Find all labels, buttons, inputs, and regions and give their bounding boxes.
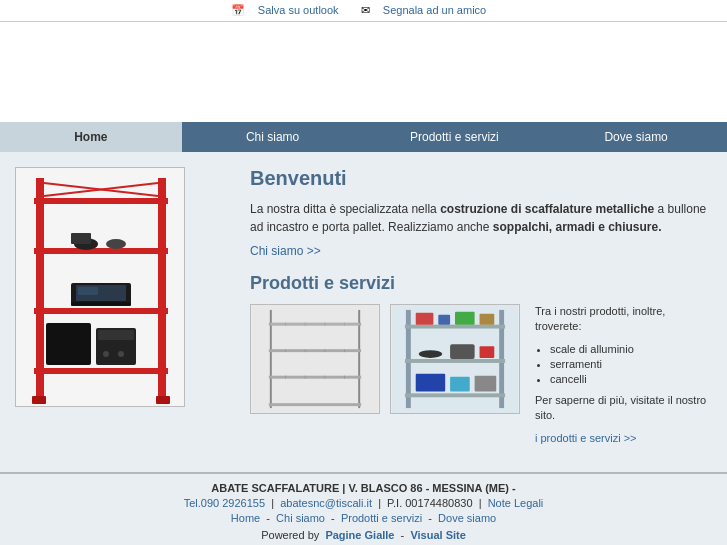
svg-rect-5	[34, 308, 168, 314]
footer-email-link[interactable]: abatesnc@tiscali.it	[280, 497, 372, 509]
svg-point-10	[106, 239, 126, 249]
left-column	[0, 152, 230, 472]
main-nav: Home Chi siamo Prodotti e servizi Dove s…	[0, 122, 727, 152]
footer-contact: Tel.090 2926155 | abatesnc@tiscali.it | …	[8, 497, 719, 509]
svg-rect-59	[475, 376, 497, 392]
save-outlook-link[interactable]: Salva su outlook	[258, 4, 339, 16]
footer-nav-chi-siamo[interactable]: Chi siamo	[276, 512, 325, 524]
svg-rect-21	[32, 396, 46, 404]
svg-rect-36	[269, 376, 361, 379]
svg-point-20	[118, 351, 124, 357]
svg-rect-50	[416, 313, 434, 325]
svg-point-54	[419, 350, 443, 358]
products-more-link[interactable]: i prodotti e servizi >>	[535, 432, 637, 444]
product-list-item-1: scale di alluminio	[550, 343, 707, 355]
nav-prodotti-servizi[interactable]: Prodotti e servizi	[364, 122, 546, 152]
products-row: Tra i nostri prodotti, inoltre, troveret…	[250, 304, 707, 444]
main-content: Benvenuti La nostra ditta è specializzat…	[0, 152, 727, 472]
svg-rect-47	[405, 325, 505, 329]
footer-company: ABATE SCAFFALATURE | V. BLASCO 86 - MESS…	[8, 482, 719, 494]
svg-rect-41	[269, 403, 361, 406]
svg-rect-22	[156, 396, 170, 404]
product-list-item-2: serramenti	[550, 358, 707, 370]
top-bar: 📅 Salva su outlook ✉ Segnala ad un amico	[0, 0, 727, 22]
svg-rect-18	[98, 330, 134, 340]
chi-siamo-link[interactable]: Chi siamo >>	[250, 244, 707, 258]
svg-rect-4	[34, 248, 168, 254]
svg-rect-52	[455, 312, 475, 325]
intro-text: La nostra ditta è specializzata nella co…	[250, 200, 707, 236]
footer-note-legali-link[interactable]: Note Legali	[488, 497, 544, 509]
welcome-title: Benvenuti	[250, 167, 707, 190]
products-more-text: Per saperne di più, visitate il nostro s…	[535, 393, 707, 424]
svg-rect-51	[438, 315, 450, 325]
svg-rect-31	[269, 349, 361, 352]
svg-rect-55	[450, 344, 475, 359]
send-friend-icon: ✉	[361, 4, 370, 16]
save-outlook-icon: 📅	[231, 4, 245, 16]
svg-rect-56	[480, 346, 495, 358]
svg-rect-49	[405, 393, 505, 397]
svg-rect-15	[71, 302, 131, 306]
footer-tel-link[interactable]: Tel.090 2926155	[184, 497, 265, 509]
footer: ABATE SCAFFALATURE | V. BLASCO 86 - MESS…	[0, 473, 727, 545]
svg-rect-58	[450, 377, 470, 392]
products-extra-intro: Tra i nostri prodotti, inoltre, troveret…	[535, 304, 707, 335]
visual-site-link[interactable]: Visual Site	[410, 529, 465, 541]
product-image-1	[250, 304, 380, 414]
shelf-image	[15, 167, 185, 407]
footer-piva: P.I. 00174480830	[387, 497, 472, 509]
powered-by: Powered by Pagine Gialle - Visual Site	[8, 529, 719, 541]
svg-rect-6	[34, 368, 168, 374]
powered-label: Powered by	[261, 529, 319, 541]
pagine-gialle-link[interactable]: Pagine Gialle	[325, 529, 394, 541]
svg-rect-26	[269, 323, 361, 326]
svg-rect-53	[480, 314, 495, 325]
svg-point-19	[103, 351, 109, 357]
product-info: Tra i nostri prodotti, inoltre, troveret…	[530, 304, 707, 444]
footer-nav-dove[interactable]: Dove siamo	[438, 512, 496, 524]
footer-nav-home[interactable]: Home	[231, 512, 260, 524]
product-image-2	[390, 304, 520, 414]
banner-area	[0, 22, 727, 122]
right-column: Benvenuti La nostra ditta è specializzat…	[230, 152, 727, 472]
svg-rect-14	[78, 287, 98, 295]
nav-home[interactable]: Home	[0, 122, 182, 152]
footer-nav-prodotti[interactable]: Prodotti e servizi	[341, 512, 422, 524]
product-list-item-3: cancelli	[550, 373, 707, 385]
footer-nav: Home - Chi siamo - Prodotti e servizi - …	[8, 512, 719, 524]
svg-rect-11	[71, 233, 91, 244]
products-title: Prodotti e servizi	[250, 273, 707, 294]
svg-rect-16	[46, 323, 91, 365]
send-friend-link[interactable]: Segnala ad un amico	[383, 4, 486, 16]
svg-rect-3	[34, 198, 168, 204]
nav-chi-siamo[interactable]: Chi siamo	[182, 122, 364, 152]
svg-rect-57	[416, 374, 445, 392]
nav-dove-siamo[interactable]: Dove siamo	[545, 122, 727, 152]
products-list: scale di alluminio serramenti cancelli	[550, 343, 707, 385]
svg-rect-48	[405, 359, 505, 363]
